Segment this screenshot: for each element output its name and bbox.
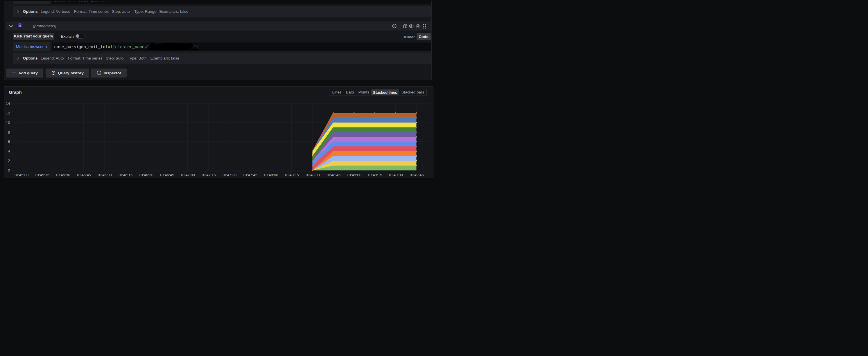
svg-text:10:49:15: 10:49:15 xyxy=(368,173,382,177)
svg-text:6: 6 xyxy=(8,139,10,144)
svg-text:10:45:00: 10:45:00 xyxy=(14,173,29,177)
svg-text:10:47:45: 10:47:45 xyxy=(243,173,257,177)
svg-text:10:49:45: 10:49:45 xyxy=(409,173,424,177)
svg-text:10:46:00: 10:46:00 xyxy=(97,173,112,177)
svg-text:8: 8 xyxy=(8,130,10,134)
svg-text:10: 10 xyxy=(6,121,10,125)
svg-text:14: 14 xyxy=(6,101,10,106)
svg-text:10:45:30: 10:45:30 xyxy=(56,173,70,177)
svg-text:10:49:30: 10:49:30 xyxy=(388,173,403,177)
svg-text:10:47:30: 10:47:30 xyxy=(222,173,237,177)
svg-text:10:46:30: 10:46:30 xyxy=(138,173,153,177)
svg-text:10:45:45: 10:45:45 xyxy=(76,173,91,177)
svg-text:10:48:30: 10:48:30 xyxy=(305,173,320,177)
svg-text:0: 0 xyxy=(8,168,10,172)
svg-text:12: 12 xyxy=(6,111,10,115)
svg-text:10:48:00: 10:48:00 xyxy=(264,173,278,177)
svg-text:10:47:15: 10:47:15 xyxy=(201,173,216,177)
svg-text:2: 2 xyxy=(8,159,10,163)
svg-text:10:46:15: 10:46:15 xyxy=(118,173,133,177)
svg-text:4: 4 xyxy=(8,149,10,153)
svg-text:10:48:15: 10:48:15 xyxy=(284,173,299,177)
svg-text:10:45:15: 10:45:15 xyxy=(35,173,50,177)
svg-text:10:46:45: 10:46:45 xyxy=(159,173,174,177)
svg-text:10:49:00: 10:49:00 xyxy=(347,173,361,177)
svg-text:10:48:45: 10:48:45 xyxy=(326,173,341,177)
svg-text:10:47:00: 10:47:00 xyxy=(180,173,195,177)
